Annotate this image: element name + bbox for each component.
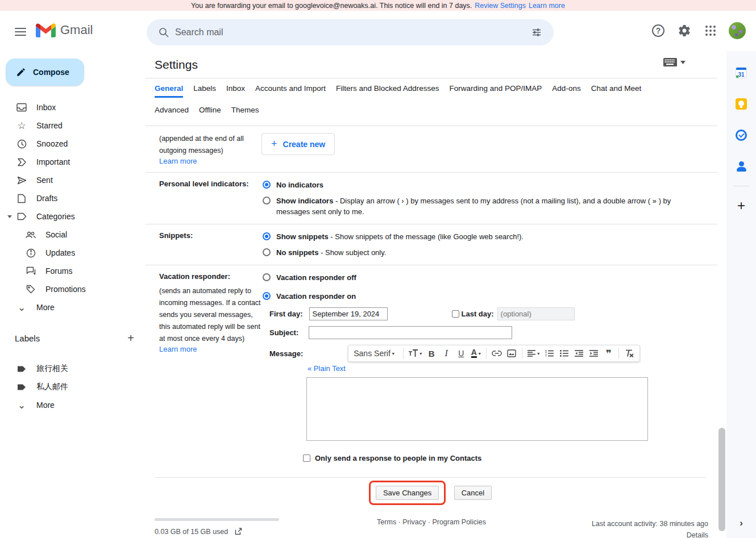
- text-color-button[interactable]: A▾: [469, 347, 483, 360]
- compose-button[interactable]: Compose: [6, 59, 84, 86]
- tab-filters[interactable]: Filters and Blocked Addresses: [336, 84, 439, 98]
- vacation-learn-more-link[interactable]: Learn more: [159, 345, 197, 353]
- tab-labels[interactable]: Labels: [193, 84, 216, 98]
- tab-accounts-and-import[interactable]: Accounts and Import: [255, 84, 326, 98]
- show-indicators-radio[interactable]: [263, 197, 271, 205]
- create-label-icon[interactable]: +: [127, 332, 134, 345]
- collapse-panel-icon[interactable]: ›: [726, 518, 756, 529]
- tab-chat-and-meet[interactable]: Chat and Meet: [591, 84, 642, 98]
- collapse-triangle-icon[interactable]: [7, 215, 12, 218]
- underline-button[interactable]: U: [454, 347, 468, 360]
- gmail-logo[interactable]: Gmail: [36, 22, 93, 37]
- no-indicators-radio[interactable]: [263, 181, 271, 189]
- last-day-input[interactable]: [497, 307, 575, 320]
- calendar-icon[interactable]: 31: [726, 61, 756, 84]
- vacation-on-radio[interactable]: [263, 292, 271, 300]
- subject-input[interactable]: [309, 326, 512, 339]
- sidebar-label-private[interactable]: 私人邮件: [0, 378, 146, 396]
- terms-link[interactable]: Terms: [377, 518, 396, 526]
- tab-advanced[interactable]: Advanced: [155, 106, 189, 118]
- personal-indicators-row: Personal level indicators: No indicators…: [146, 173, 717, 224]
- action-buttons-bar: Save Changes Cancel: [155, 477, 706, 503]
- keep-icon[interactable]: [726, 93, 756, 115]
- save-changes-button[interactable]: Save Changes: [376, 486, 439, 500]
- sidebar-label-travel[interactable]: 旅行相关: [0, 360, 146, 378]
- bold-button[interactable]: B: [425, 347, 438, 360]
- tasks-icon[interactable]: [726, 124, 756, 147]
- show-indicators-text: Show indicators - Display an arrow ( › )…: [276, 195, 700, 217]
- sidebar-item-starred[interactable]: ☆ Starred: [0, 116, 146, 135]
- message-label: Message:: [269, 349, 303, 358]
- sidebar-item-sent[interactable]: Sent: [0, 171, 146, 189]
- sidebar-item-categories[interactable]: Categories: [0, 207, 146, 226]
- banner-learn-more-link[interactable]: Learn more: [529, 2, 565, 10]
- indent-more-icon[interactable]: [587, 347, 600, 360]
- italic-button[interactable]: I: [439, 347, 453, 360]
- font-family-select[interactable]: Sans Serif▾: [352, 347, 400, 360]
- last-activity-text: Last account activity: 38 minutes ago: [538, 518, 708, 529]
- main-menu-icon[interactable]: [14, 24, 27, 37]
- cancel-button[interactable]: Cancel: [454, 486, 492, 500]
- search-icon[interactable]: [152, 21, 175, 44]
- vacation-off-radio[interactable]: [263, 273, 271, 281]
- sidebar-item-promotions[interactable]: Promotions: [0, 280, 146, 298]
- bulleted-list-icon[interactable]: [557, 347, 571, 360]
- chevron-down-icon: ⌄: [16, 401, 27, 410]
- plain-text-toggle[interactable]: « Plain Text: [308, 364, 346, 373]
- save-highlight-annotation: Save Changes: [369, 481, 446, 505]
- sidebar-item-drafts[interactable]: Drafts: [0, 189, 146, 207]
- settings-gear-icon[interactable]: [673, 19, 696, 42]
- review-settings-link[interactable]: Review Settings: [475, 2, 526, 10]
- sidebar-item-snoozed[interactable]: Snoozed: [0, 135, 146, 153]
- external-link-icon[interactable]: [235, 528, 242, 535]
- account-avatar[interactable]: [729, 22, 746, 39]
- tab-general[interactable]: General: [155, 84, 183, 98]
- contacts-icon[interactable]: [726, 155, 756, 178]
- sidebar-labels-more[interactable]: ⌄ More: [0, 396, 146, 414]
- tab-offline[interactable]: Offline: [199, 106, 221, 118]
- quote-icon[interactable]: ❞: [601, 347, 615, 360]
- align-button[interactable]: ▾: [526, 347, 541, 360]
- last-day-label: Last day:: [462, 310, 494, 318]
- sidebar-item-forums[interactable]: Forums: [0, 262, 146, 280]
- show-snippets-radio[interactable]: [263, 232, 271, 240]
- signature-learn-more-link[interactable]: Learn more: [159, 157, 197, 165]
- get-addons-icon[interactable]: +: [726, 194, 756, 217]
- indent-less-icon[interactable]: [572, 347, 585, 360]
- sidebar-item-important[interactable]: Important: [0, 153, 146, 171]
- tab-inbox[interactable]: Inbox: [226, 84, 245, 98]
- create-new-signature-button[interactable]: + Create new: [261, 133, 335, 155]
- numbered-list-icon[interactable]: [542, 347, 556, 360]
- tab-forwarding[interactable]: Forwarding and POP/IMAP: [450, 84, 542, 98]
- show-snippets-text: Show snippets - Show snippets of the mes…: [276, 231, 524, 242]
- google-apps-icon[interactable]: [699, 19, 722, 42]
- search-bar[interactable]: [147, 19, 554, 45]
- program-policies-link[interactable]: Program Policies: [432, 518, 485, 526]
- vertical-scrollbar[interactable]: [718, 428, 725, 531]
- input-tools-control[interactable]: [663, 58, 686, 66]
- no-snippets-radio[interactable]: [263, 248, 271, 256]
- vacation-message-textarea[interactable]: [306, 377, 648, 441]
- first-day-input[interactable]: [309, 307, 388, 320]
- search-options-icon[interactable]: [525, 21, 548, 44]
- signature-note-line2: outgoing messages): [159, 145, 264, 157]
- last-day-checkbox[interactable]: [452, 310, 459, 318]
- chat-icon: [25, 266, 36, 276]
- tab-addons[interactable]: Add-ons: [552, 84, 580, 98]
- offer-tag-icon: [25, 285, 36, 294]
- details-link[interactable]: Details: [687, 531, 708, 538]
- insert-photo-icon[interactable]: [505, 347, 518, 360]
- tab-themes[interactable]: Themes: [231, 106, 259, 118]
- search-input[interactable]: [175, 27, 525, 37]
- remove-formatting-icon[interactable]: [622, 347, 636, 360]
- help-icon[interactable]: ?: [647, 19, 670, 42]
- sidebar-item-more[interactable]: ⌄ More: [0, 298, 146, 316]
- sidebar-item-updates[interactable]: Updates: [0, 244, 146, 262]
- text-size-button[interactable]: ▾: [407, 347, 423, 360]
- sidebar-item-social[interactable]: Social: [0, 226, 146, 244]
- privacy-link[interactable]: Privacy: [402, 518, 426, 526]
- sidebar-item-inbox[interactable]: Inbox: [0, 98, 146, 116]
- insert-link-icon[interactable]: [490, 347, 504, 360]
- contacts-only-checkbox[interactable]: [303, 454, 310, 462]
- subject-label: Subject:: [269, 328, 298, 337]
